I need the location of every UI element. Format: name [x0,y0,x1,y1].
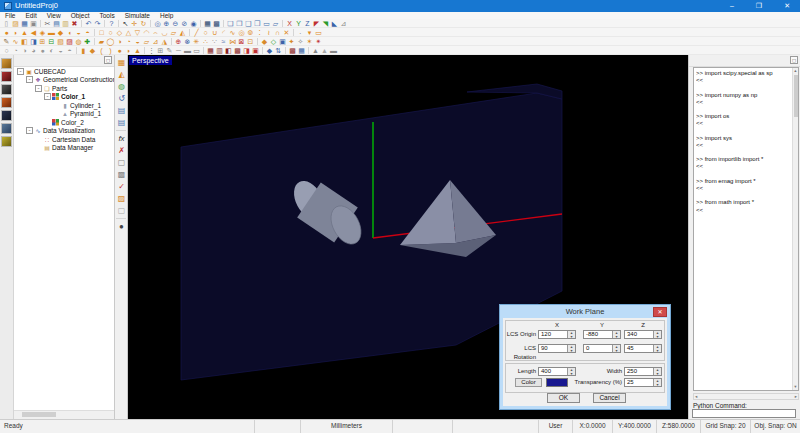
toolbar-icon[interactable]: Z [303,19,312,28]
toolbar-icon[interactable]: ✓ [116,181,127,192]
toolbar-icon[interactable]: ▤ [52,19,61,28]
toolbar-icon[interactable]: ▰ [97,37,106,46]
toolbar-icon[interactable]: ∴ [201,37,210,46]
toolbar-icon[interactable]: ✦ [287,37,296,46]
toolbar-icon[interactable]: ▩ [116,169,127,180]
toolbar-icon[interactable]: ≈ [219,37,228,46]
toolbar-icon[interactable]: ◗ [124,46,133,55]
toolbar-icon[interactable]: ● [2,28,11,37]
width-field[interactable]: 250 ▴▾ [624,367,662,376]
toolbar-icon[interactable]: ─ [174,46,183,55]
toolbar-icon[interactable]: ◨ [29,37,38,46]
toolbar-icon[interactable]: ◍ [74,37,83,46]
toolbar-icon[interactable]: ▦ [206,46,215,55]
toolbar-icon[interactable]: ▤ [116,117,127,128]
toolbar-icon[interactable]: ( [97,46,106,55]
expand-toggle[interactable]: - [35,85,42,92]
close-icon[interactable]: ✕ [784,0,790,12]
tree-item-cubecad[interactable]: -▣CUBECAD [14,67,114,76]
toolbar-icon[interactable]: ⊕ [174,37,183,46]
toolbar-icon[interactable]: ◒ [133,37,142,46]
toolbar-icon[interactable]: ⊿ [339,19,348,28]
toolbar-icon[interactable]: □ [97,28,106,37]
spinner[interactable]: ▴▾ [653,331,661,338]
toolbar-icon[interactable]: ◇ [269,37,278,46]
toolbar-icon[interactable]: ⌢ [151,28,160,37]
toolbar-icon[interactable]: ⊿ [151,37,160,46]
scene-preset-icon[interactable] [1,136,12,147]
toolbar-icon[interactable]: ▨ [11,19,20,28]
toolbar-icon[interactable]: ❏ [226,19,235,28]
toolbar-icon[interactable]: ◤ [312,19,321,28]
toolbar-icon[interactable]: ◕ [29,46,38,55]
lcs-origin-y-field[interactable]: -880 ▴▾ [583,330,621,339]
toolbar-icon[interactable]: ◭ [116,69,127,80]
spinner[interactable]: ▴▾ [567,368,575,375]
scrollbar-thumb[interactable] [22,412,56,417]
scroll-right-icon[interactable]: ▸ [795,394,797,399]
toolbar-icon[interactable]: ▨ [116,193,127,204]
toolbar-icon[interactable]: ↷ [93,19,102,28]
toolbar-icon[interactable]: ⋈ [228,37,237,46]
toolbar-icon[interactable]: ⊕ [162,19,171,28]
scroll-down-icon[interactable]: ▾ [793,384,798,390]
toolbar-icon[interactable]: ▩ [233,46,242,55]
toolbar-icon[interactable]: ▲ [20,28,29,37]
toolbar-icon[interactable]: ◭ [178,28,187,37]
toolbar-icon[interactable]: ▮ [79,46,88,55]
toolbar-icon[interactable]: ▱ [169,28,178,37]
toolbar-icon[interactable]: ◆ [56,28,65,37]
toolbar-icon[interactable]: ⊖ [171,19,180,28]
toolbar-icon[interactable]: ◯ [106,37,115,46]
cancel-button[interactable]: Cancel [593,393,626,403]
toolbar-icon[interactable]: ⇅ [274,46,283,55]
toolbar-icon[interactable]: ▾ [305,28,314,37]
toolbar-icon[interactable]: ◐ [47,46,56,55]
toolbar-icon[interactable]: ⊗ [183,37,192,46]
toolbar-icon[interactable]: ◑ [20,46,29,55]
toolbar-icon[interactable]: ◓ [65,46,74,55]
work-plane-dialog[interactable]: Work Plane ✕ X Y Z LCS Origin 120 ▴▾ -88… [499,304,671,410]
toolbar-icon[interactable]: ▧ [56,37,65,46]
toolbar-icon[interactable]: ◔ [11,46,20,55]
toolbar-icon[interactable]: ◑ [115,37,124,46]
toolbar-icon[interactable]: ✧ [296,37,305,46]
lcs-rotation-z-field[interactable]: 45 ▴▾ [624,344,662,353]
toolbar-icon[interactable]: ❐ [235,19,244,28]
toolbar-icon[interactable]: ✛ [130,19,139,28]
tree-item-cartesian-data[interactable]: ∷Cartesian Data [14,135,114,144]
toolbar-icon[interactable]: ▥ [61,19,70,28]
tree-item-color-1[interactable]: -Color_1 [14,93,114,102]
toolbar-icon[interactable]: ↺ [116,93,127,104]
tree-item-parts[interactable]: -❏Parts [14,84,114,93]
toolbar-icon[interactable]: ↖ [121,19,130,28]
toolbar-icon[interactable]: ◡ [160,28,169,37]
spinner[interactable]: ▴▾ [567,331,575,338]
toolbar-icon[interactable]: ⊘ [180,19,189,28]
toolbar-icon[interactable]: ⊟ [47,37,56,46]
scene-preset-icon[interactable] [1,97,12,108]
toolbar-icon[interactable]: ◆ [260,37,269,46]
toolbar-icon[interactable]: ○ [201,28,210,37]
toolbar-icon[interactable]: ◧ [224,46,233,55]
toolbar-icon[interactable]: ⊡ [246,37,255,46]
toolbar-icon[interactable]: ✗ [116,145,127,156]
toolbar-icon[interactable]: ● [115,46,124,55]
toolbar-icon[interactable]: ↻ [139,19,148,28]
toolbar-icon[interactable]: ⁚ [255,28,264,37]
expand-toggle[interactable]: - [44,93,51,100]
toolbar-icon[interactable]: ∙ [296,28,305,37]
console-hscrollbar[interactable]: ◂ ▸ [693,393,799,400]
scroll-left-icon[interactable]: ◂ [695,394,697,399]
toolbar-icon[interactable]: ● [116,221,127,232]
toolbar-icon[interactable]: ◖ [65,28,74,37]
toolbar-icon[interactable]: ∿ [11,37,20,46]
toolbar-icon[interactable]: ▣ [29,19,38,28]
maximize-icon[interactable]: ❐ [756,0,762,12]
tree-hscrollbar[interactable] [14,410,114,419]
tree-item-cylinder-1[interactable]: ▮Cylinder_1 [14,101,114,110]
toolbar-icon[interactable]: ◀ [29,28,38,37]
scene-preset-icon[interactable] [1,58,12,69]
toolbar-icon[interactable]: ◉ [189,19,198,28]
toolbar-icon[interactable]: ✚ [83,37,92,46]
